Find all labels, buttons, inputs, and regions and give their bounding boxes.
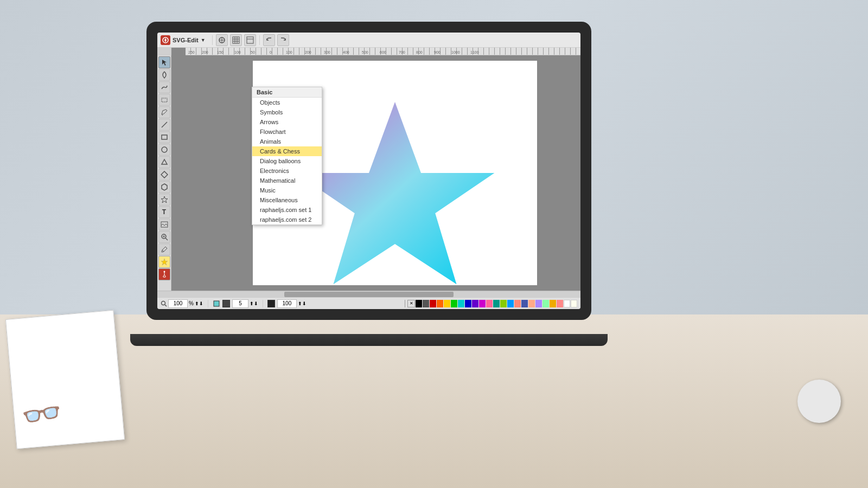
stroke-color-swatch[interactable] <box>222 300 230 307</box>
canvas-area[interactable]: Basic Objects Symbols Arrows Flowchart A… <box>171 55 580 291</box>
status-bar: % ⬆⬇ ⬆⬇ ⬆⬇ <box>157 297 580 309</box>
logo-dropdown-arrow[interactable]: ▼ <box>201 37 206 43</box>
color-mint[interactable] <box>542 300 549 307</box>
menu-item-dialog-balloons[interactable]: Dialog balloons <box>252 156 322 166</box>
color-peach[interactable] <box>528 300 535 307</box>
zoom-input[interactable] <box>168 299 188 308</box>
color-blue[interactable] <box>465 300 471 307</box>
tool-shape-lib[interactable] <box>158 256 170 268</box>
svg-line-35 <box>165 238 168 240</box>
svg-text:0: 0 <box>270 50 272 54</box>
color-lavender[interactable] <box>535 300 542 307</box>
color-white[interactable] <box>564 300 570 307</box>
svg-rect-4 <box>233 37 239 43</box>
svg-text:500: 500 <box>362 50 368 54</box>
tool-diamond[interactable] <box>158 169 170 181</box>
svg-text:200: 200 <box>202 50 208 54</box>
status-sep-2 <box>263 300 263 307</box>
logo-label: SVG-Edit <box>173 37 199 43</box>
svg-line-40 <box>165 305 167 306</box>
color-red[interactable] <box>430 300 436 307</box>
shape-library-dropdown: Basic Objects Symbols Arrows Flowchart A… <box>252 87 322 225</box>
svg-text:50: 50 <box>251 50 255 54</box>
menu-item-cards-chess[interactable]: Cards & Chess <box>252 146 322 156</box>
menu-item-flowchart[interactable]: Flowchart <box>252 127 322 137</box>
color-cream[interactable] <box>571 300 577 307</box>
svg-text:900: 900 <box>434 50 441 54</box>
menu-item-arrows[interactable]: Arrows <box>252 117 322 127</box>
tool-line[interactable] <box>158 119 170 131</box>
color-pink[interactable] <box>486 300 493 307</box>
color-gold[interactable] <box>550 300 556 307</box>
svg-edit-app: SVG-Edit ▼ <box>157 33 580 309</box>
color-yellow[interactable] <box>444 300 450 307</box>
menu-item-symbols[interactable]: Symbols <box>252 107 322 117</box>
tool-hexagon[interactable] <box>158 181 170 193</box>
color-purple[interactable] <box>472 300 478 307</box>
stroke-width-input[interactable] <box>232 299 248 308</box>
svg-text:800: 800 <box>416 50 423 54</box>
tool-select-btn[interactable] <box>216 34 228 46</box>
color-salmon[interactable] <box>514 300 521 307</box>
color-indigo[interactable] <box>521 300 528 307</box>
color-teal[interactable] <box>493 300 500 307</box>
fill-color-swatch[interactable] <box>267 300 275 307</box>
color-gray1[interactable] <box>423 300 429 307</box>
tool-star-shape[interactable] <box>158 194 170 206</box>
menu-item-objects[interactable]: Objects <box>252 98 322 107</box>
redo-btn[interactable] <box>277 34 289 46</box>
svg-text:150: 150 <box>217 50 224 54</box>
color-black[interactable] <box>416 300 422 307</box>
menu-item-electronics[interactable]: Electronics <box>252 166 322 176</box>
tool-pencil[interactable] <box>158 106 170 118</box>
opacity-input[interactable] <box>277 299 297 308</box>
fill-icon <box>213 300 220 307</box>
tool-table-btn[interactable] <box>244 34 256 46</box>
status-sep-1 <box>208 300 208 307</box>
menu-item-miscellaneous[interactable]: Miscellaneous <box>252 195 322 205</box>
toolbar-sep-2 <box>259 35 260 45</box>
tool-pointer[interactable] <box>158 56 170 68</box>
stroke-width-arrows[interactable]: ⬆⬇ <box>250 301 258 306</box>
color-sky[interactable] <box>507 300 514 307</box>
color-orange[interactable] <box>437 300 443 307</box>
svg-line-29 <box>162 114 163 115</box>
menu-item-raphaeljs-2[interactable]: raphaeljs.com set 2 <box>252 215 322 224</box>
tool-zoom[interactable] <box>158 231 170 243</box>
color-cyan[interactable] <box>458 300 464 307</box>
coffee-cup <box>797 380 841 423</box>
tool-rect-select[interactable] <box>158 94 170 106</box>
svg-text:100: 100 <box>286 50 292 54</box>
stroke-width-control: ⬆⬇ <box>232 299 258 308</box>
zoom-arrows[interactable]: ⬆⬇ <box>195 301 203 306</box>
tool-triangle[interactable] <box>158 156 170 168</box>
color-rose[interactable] <box>557 300 563 307</box>
menu-item-raphaeljs-1[interactable]: raphaeljs.com set 1 <box>252 205 322 215</box>
tool-tweak[interactable] <box>158 81 170 93</box>
tool-text[interactable]: T <box>158 206 170 218</box>
tool-grid-btn[interactable] <box>230 34 242 46</box>
tool-circle[interactable] <box>158 144 170 156</box>
menu-item-animals[interactable]: Animals <box>252 137 322 146</box>
undo-btn[interactable] <box>263 34 275 46</box>
no-color-swatch[interactable]: ✕ <box>407 300 415 307</box>
menu-item-music[interactable]: Music <box>252 185 322 195</box>
tool-node[interactable] <box>158 69 170 81</box>
tool-square[interactable] <box>158 131 170 143</box>
color-green[interactable] <box>451 300 457 307</box>
svg-point-39 <box>162 301 165 305</box>
opacity-control: ⬆⬇ <box>277 299 307 308</box>
scrollbar-thumb[interactable] <box>284 292 454 297</box>
tool-eyedrop[interactable] <box>158 243 170 255</box>
app-logo: SVG-Edit ▼ <box>161 35 206 45</box>
color-magenta[interactable] <box>479 300 486 307</box>
tool-paint[interactable] <box>158 268 170 280</box>
horizontal-scrollbar[interactable] <box>157 291 580 297</box>
svg-rect-41 <box>214 301 219 306</box>
tool-image[interactable] <box>158 219 170 230</box>
svg-rect-9 <box>247 37 253 43</box>
menu-item-mathematical[interactable]: Mathematical <box>252 176 322 185</box>
opacity-arrows[interactable]: ⬆⬇ <box>298 301 307 306</box>
svg-text:300: 300 <box>324 50 330 54</box>
color-lime[interactable] <box>500 300 507 307</box>
